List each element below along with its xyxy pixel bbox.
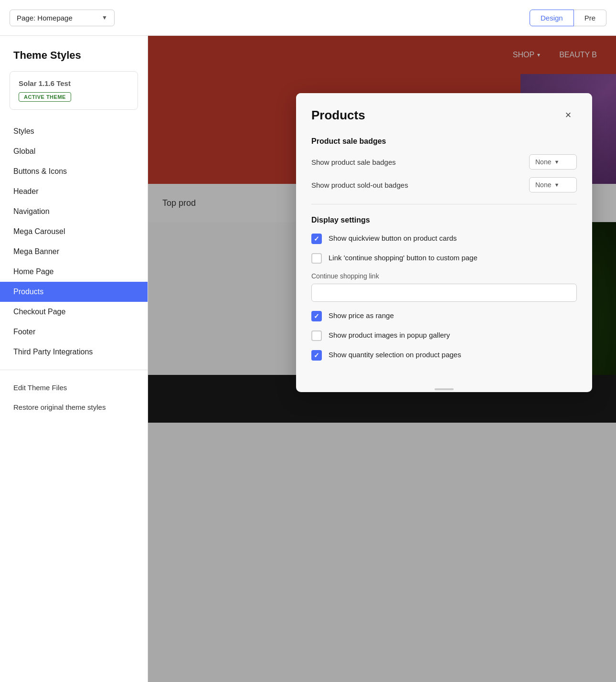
- products-modal: Products × Product sale badges Show prod…: [296, 93, 592, 392]
- show-quickview-checkbox[interactable]: [311, 234, 322, 244]
- sale-badges-select-arrow: ▼: [554, 159, 559, 165]
- show-soldout-badges-value: None: [535, 181, 551, 189]
- sidebar-item-styles[interactable]: Styles: [0, 121, 148, 141]
- show-popup-gallery-label: Show product images in popup gallery: [329, 330, 450, 340]
- show-soldout-badges-select[interactable]: None ▼: [529, 177, 577, 192]
- active-theme-badge: ACTIVE THEME: [19, 92, 71, 102]
- sidebar-title: Theme Styles: [0, 49, 148, 71]
- show-price-range-row: Show price as range: [311, 310, 577, 321]
- show-quickview-label: Show quickview button on product cards: [329, 233, 457, 243]
- edit-theme-files-link[interactable]: Edit Theme Files: [0, 378, 148, 397]
- continue-shopping-link-input[interactable]: [311, 284, 577, 302]
- scroll-indicator: [296, 384, 592, 392]
- sidebar-nav: Styles Global Buttons & Icons Header Nav…: [0, 121, 148, 362]
- sidebar-divider: [0, 370, 148, 370]
- main-layout: Theme Styles Solar 1.1.6 Test ACTIVE THE…: [0, 36, 616, 682]
- show-popup-gallery-checkbox[interactable]: [311, 330, 322, 341]
- show-price-range-label: Show price as range: [329, 310, 394, 320]
- continue-shopping-checkbox[interactable]: [311, 253, 322, 264]
- top-bar: Page: Homepage ▼ Design Pre: [0, 0, 616, 36]
- preview-button[interactable]: Pre: [574, 10, 606, 26]
- preview-area: SHOP ▾ BEAUTY B Top prod Products ×: [148, 36, 616, 682]
- show-sale-badges-label: Show product sale badges: [311, 158, 529, 166]
- sidebar-item-footer[interactable]: Footer: [0, 322, 148, 342]
- top-bar-buttons: Design Pre: [530, 10, 606, 26]
- sidebar-item-products[interactable]: Products: [0, 282, 148, 302]
- display-settings-label: Display settings: [311, 216, 577, 224]
- sidebar: Theme Styles Solar 1.1.6 Test ACTIVE THE…: [0, 36, 148, 682]
- modal-title: Products: [311, 108, 365, 123]
- show-quantity-row: Show quantity selection on product pages: [311, 350, 577, 361]
- show-sale-badges-row: Show product sale badges None ▼: [311, 154, 577, 170]
- show-sale-badges-select[interactable]: None ▼: [529, 154, 577, 170]
- sidebar-item-third-party[interactable]: Third Party Integrations: [0, 342, 148, 362]
- modal-close-button[interactable]: ×: [560, 107, 577, 124]
- show-soldout-badges-row: Show product sold-out badges None ▼: [311, 177, 577, 192]
- page-selector-arrow: ▼: [102, 14, 107, 21]
- theme-name: Solar 1.1.6 Test: [19, 79, 129, 87]
- sidebar-item-global[interactable]: Global: [0, 141, 148, 161]
- product-sale-badges-label: Product sale badges: [311, 137, 577, 146]
- show-sale-badges-value: None: [535, 158, 551, 166]
- show-quickview-row: Show quickview button on product cards: [311, 233, 577, 244]
- modal-header: Products ×: [296, 93, 592, 133]
- sidebar-item-buttons-icons[interactable]: Buttons & Icons: [0, 161, 148, 181]
- sidebar-item-mega-carousel[interactable]: Mega Carousel: [0, 222, 148, 242]
- show-price-range-checkbox[interactable]: [311, 311, 322, 321]
- design-button[interactable]: Design: [530, 10, 574, 26]
- page-selector-label: Page: Homepage: [17, 14, 73, 22]
- page-selector[interactable]: Page: Homepage ▼: [10, 10, 115, 26]
- show-quantity-label: Show quantity selection on product pages: [329, 350, 461, 360]
- soldout-badges-select-arrow: ▼: [554, 182, 559, 188]
- sidebar-footer-links: Edit Theme Files Restore original theme …: [0, 378, 148, 417]
- show-soldout-badges-label: Show product sold-out badges: [311, 181, 529, 189]
- restore-theme-link[interactable]: Restore original theme styles: [0, 397, 148, 417]
- show-popup-gallery-row: Show product images in popup gallery: [311, 330, 577, 341]
- sidebar-item-header[interactable]: Header: [0, 181, 148, 202]
- show-quantity-checkbox[interactable]: [311, 350, 322, 361]
- sidebar-item-home-page[interactable]: Home Page: [0, 262, 148, 282]
- sidebar-item-mega-banner[interactable]: Mega Banner: [0, 242, 148, 262]
- continue-shopping-link-label: Continue shopping link: [311, 272, 577, 280]
- scroll-bar: [435, 388, 454, 390]
- sidebar-item-checkout-page[interactable]: Checkout Page: [0, 302, 148, 322]
- continue-shopping-row: Link 'continue shopping' button to custo…: [311, 253, 577, 264]
- modal-body: Product sale badges Show product sale ba…: [296, 133, 592, 384]
- continue-shopping-link-section: Continue shopping link: [311, 272, 577, 310]
- section-divider: [311, 204, 577, 204]
- sidebar-item-navigation[interactable]: Navigation: [0, 202, 148, 222]
- continue-shopping-label: Link 'continue shopping' button to custo…: [329, 253, 478, 263]
- theme-card: Solar 1.1.6 Test ACTIVE THEME: [10, 71, 138, 110]
